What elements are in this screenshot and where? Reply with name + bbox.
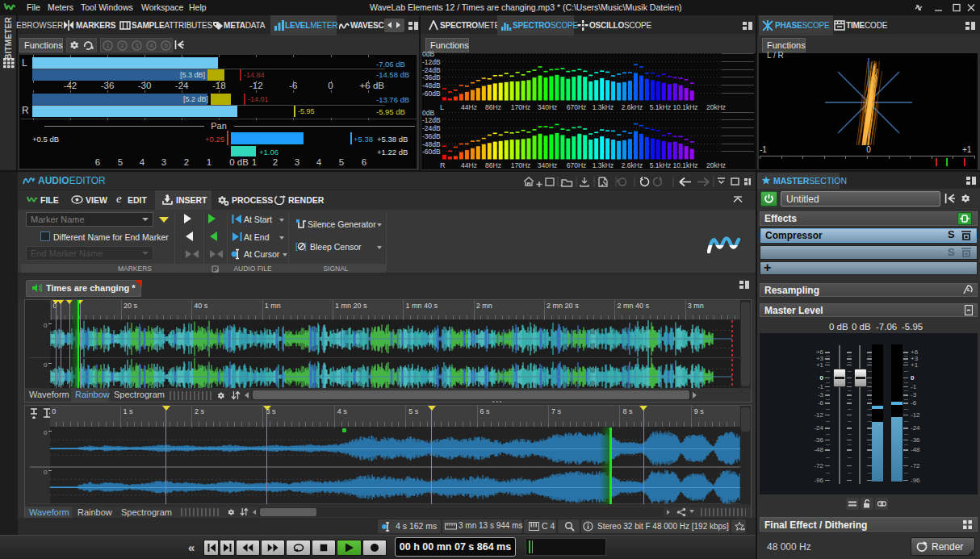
svg-text:5: 5 [164,42,168,49]
svg-text:1: 1 [106,42,110,49]
svg-text:3: 3 [135,42,139,49]
svg-text:[: [ [295,242,298,251]
svg-text:4: 4 [149,42,153,49]
svg-text:2: 2 [120,42,124,49]
svg-text:]: ] [304,242,307,251]
